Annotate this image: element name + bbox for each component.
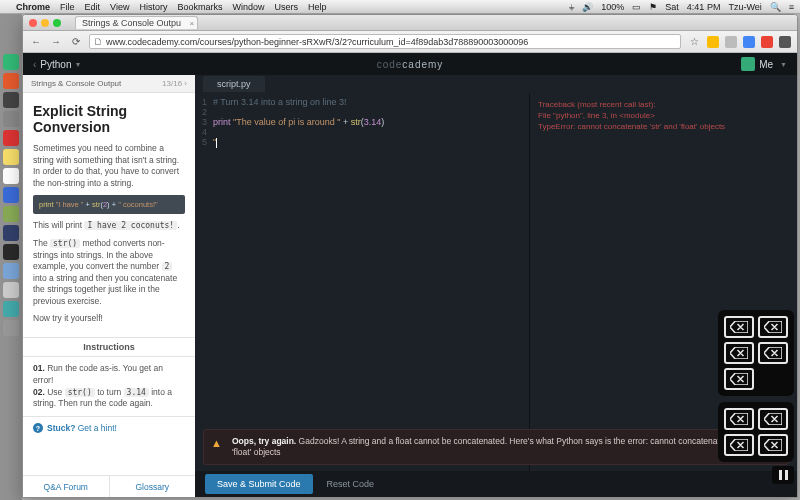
backspace-key[interactable] bbox=[724, 434, 754, 456]
pause-button[interactable] bbox=[772, 466, 794, 484]
dock-app-6[interactable] bbox=[3, 149, 19, 165]
window-titlebar[interactable]: Strings & Console Outpu × bbox=[23, 15, 797, 31]
spotlight-icon[interactable]: 🔍 bbox=[770, 2, 781, 12]
menu-users[interactable]: Users bbox=[274, 2, 298, 12]
dock-app-15[interactable] bbox=[3, 320, 19, 336]
user-name: Tzu-Wei bbox=[728, 2, 761, 12]
progress-counter: 13/16 › bbox=[162, 79, 187, 88]
instructions-tab[interactable]: Instructions bbox=[23, 337, 195, 357]
reload-button[interactable]: ⟳ bbox=[69, 35, 83, 49]
lesson-p1: Sometimes you need to combine a string w… bbox=[33, 143, 185, 189]
flag-icon[interactable]: ⚑ bbox=[649, 2, 657, 12]
bookmark-icon[interactable]: ☆ bbox=[687, 35, 701, 49]
dock-app-10[interactable] bbox=[3, 225, 19, 241]
chrome-menu-icon[interactable] bbox=[779, 36, 791, 48]
console-line: File "python", line 3, in <module> bbox=[538, 110, 789, 121]
codecademy-logo[interactable]: codecademy bbox=[377, 59, 444, 70]
ext-icon-4[interactable] bbox=[761, 36, 773, 48]
dock-app-12[interactable] bbox=[3, 263, 19, 279]
error-banner: ▲ Oops, try again. Gadzooks! A string an… bbox=[203, 429, 789, 465]
reset-code-button[interactable]: Reset Code bbox=[327, 479, 375, 489]
breadcrumb[interactable]: Strings & Console Output 13/16 › bbox=[23, 75, 195, 93]
codecademy-app: ‹ Python ▼ codecademy Me ▼ Strings & Con… bbox=[23, 53, 797, 497]
ext-icon-2[interactable] bbox=[725, 36, 737, 48]
backspace-key[interactable] bbox=[758, 434, 788, 456]
close-icon[interactable] bbox=[29, 19, 37, 27]
lesson-p3: The str() method converts non-strings in… bbox=[33, 238, 185, 307]
dock-app-3[interactable] bbox=[3, 92, 19, 108]
dock-app-1[interactable] bbox=[3, 54, 19, 70]
browser-toolbar: ← → ⟳ 🗋 www.codecademy.com/courses/pytho… bbox=[23, 31, 797, 53]
url-text: www.codecademy.com/courses/python-beginn… bbox=[106, 37, 528, 47]
step-2: 02. Use str() to turn 3.14 into a string… bbox=[33, 387, 185, 411]
glossary-link[interactable]: Glossary bbox=[110, 476, 196, 497]
dock-app-14[interactable] bbox=[3, 301, 19, 317]
battery-icon[interactable]: ▭ bbox=[632, 2, 641, 12]
user-label: Me bbox=[759, 59, 773, 70]
forward-button[interactable]: → bbox=[49, 35, 63, 49]
save-submit-button[interactable]: Save & Submit Code bbox=[205, 474, 313, 494]
mac-menu-bar: Chrome File Edit View History Bookmarks … bbox=[0, 0, 800, 14]
dock-app-2[interactable] bbox=[3, 73, 19, 89]
backspace-key[interactable] bbox=[758, 342, 788, 364]
menu-window[interactable]: Window bbox=[232, 2, 264, 12]
minimize-icon[interactable] bbox=[41, 19, 49, 27]
address-bar[interactable]: 🗋 www.codecademy.com/courses/python-begi… bbox=[89, 34, 681, 49]
dock-app-7[interactable] bbox=[3, 168, 19, 184]
browser-tab[interactable]: Strings & Console Outpu × bbox=[75, 16, 198, 29]
keypad-group-2 bbox=[718, 402, 794, 462]
back-button[interactable]: ← bbox=[29, 35, 43, 49]
qa-forum-link[interactable]: Q&A Forum bbox=[23, 476, 110, 497]
menu-file[interactable]: File bbox=[60, 2, 75, 12]
menu-history[interactable]: History bbox=[139, 2, 167, 12]
user-chevron-icon: ▼ bbox=[780, 61, 787, 68]
clock-time: 4:41 PM bbox=[687, 2, 721, 12]
breadcrumb-text: Strings & Console Output bbox=[31, 79, 121, 88]
user-menu[interactable]: Me ▼ bbox=[741, 57, 787, 71]
clock-day: Sat bbox=[665, 2, 679, 12]
lesson-p2: This will print I have 2 coconuts!. bbox=[33, 220, 185, 232]
dock-app-8[interactable] bbox=[3, 187, 19, 203]
traffic-lights bbox=[29, 19, 61, 27]
hint-toggle[interactable]: ? Stuck? Get a hint! bbox=[23, 416, 195, 439]
dock-app-4[interactable] bbox=[3, 111, 19, 127]
backspace-key[interactable] bbox=[724, 342, 754, 364]
backspace-key[interactable] bbox=[724, 368, 754, 390]
dock-app-11[interactable] bbox=[3, 244, 19, 260]
volume-icon[interactable]: 🔊 bbox=[582, 2, 593, 12]
backspace-key[interactable] bbox=[758, 316, 788, 338]
course-name[interactable]: Python bbox=[40, 59, 71, 70]
backspace-key[interactable] bbox=[758, 408, 788, 430]
warning-icon: ▲ bbox=[211, 436, 222, 450]
tab-close-icon[interactable]: × bbox=[189, 19, 194, 28]
menu-edit[interactable]: Edit bbox=[85, 2, 101, 12]
lesson-title: Explicit String Conversion bbox=[33, 103, 185, 135]
menu-help[interactable]: Help bbox=[308, 2, 327, 12]
text-cursor bbox=[216, 138, 217, 148]
step-1: 01. Run the code as-is. You get an error… bbox=[33, 363, 185, 387]
ext-icon-1[interactable] bbox=[707, 36, 719, 48]
wifi-icon[interactable]: ⏚ bbox=[569, 2, 574, 12]
menu-extra-icon[interactable]: ≡ bbox=[789, 2, 794, 12]
menu-view[interactable]: View bbox=[110, 2, 129, 12]
file-tab[interactable]: script.py bbox=[203, 76, 265, 92]
hint-icon: ? bbox=[33, 423, 43, 433]
back-chevron-icon[interactable]: ‹ bbox=[33, 59, 36, 70]
zoom-icon[interactable] bbox=[53, 19, 61, 27]
lesson-p4: Now try it yourself! bbox=[33, 313, 185, 324]
dropdown-chevron-icon[interactable]: ▼ bbox=[74, 61, 81, 68]
menu-app-name[interactable]: Chrome bbox=[16, 2, 50, 12]
avatar bbox=[741, 57, 755, 71]
dock-app-5[interactable] bbox=[3, 130, 19, 146]
dock-app-9[interactable] bbox=[3, 206, 19, 222]
backspace-key[interactable] bbox=[724, 316, 754, 338]
menu-bookmarks[interactable]: Bookmarks bbox=[177, 2, 222, 12]
example-code: print "I have " + str(2) + " coconuts!" bbox=[33, 195, 185, 214]
mac-dock bbox=[0, 14, 22, 500]
page-icon: 🗋 bbox=[94, 37, 103, 47]
dock-app-13[interactable] bbox=[3, 282, 19, 298]
lesson-footer: Q&A Forum Glossary bbox=[23, 475, 195, 497]
code-area: script.py 1# Turn 3.14 into a string on … bbox=[195, 75, 797, 497]
ext-icon-3[interactable] bbox=[743, 36, 755, 48]
backspace-key[interactable] bbox=[724, 408, 754, 430]
